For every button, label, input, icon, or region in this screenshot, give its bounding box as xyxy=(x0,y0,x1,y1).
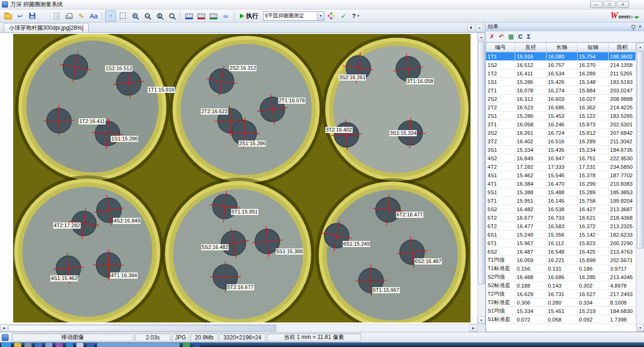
zoom-in-icon[interactable]: + xyxy=(130,10,140,21)
column-header[interactable]: 面积 xyxy=(609,43,636,52)
start-button[interactable] xyxy=(1,343,11,347)
close-button[interactable]: × xyxy=(617,1,629,8)
link-scale-icon[interactable]: ∞ xyxy=(220,10,231,21)
combo-dropdown-icon[interactable]: ▼ xyxy=(317,12,324,20)
table-row[interactable]: 4T217.28217.33317.231234.5850 xyxy=(486,163,636,171)
minimize-button[interactable]: – xyxy=(590,1,603,8)
viewer-vertical-scrollbar[interactable]: ▲ ▼ xyxy=(477,33,485,324)
windows-taskbar[interactable] xyxy=(0,342,644,347)
run-button[interactable]: 执行 xyxy=(238,11,262,21)
taskbar-item-5[interactable] xyxy=(56,343,63,347)
table-row[interactable]: 1T115.91616.08015.754198.9602 xyxy=(486,52,636,61)
table-row[interactable]: 3S115.33415.43515.234184.6735 xyxy=(486,146,636,154)
table-row[interactable]: 2S115.28615.45315.122183.5265 xyxy=(486,112,636,120)
table-row[interactable]: 2S216.31216.60316.027208.9888 xyxy=(486,95,636,103)
taskbar-item-6[interactable] xyxy=(66,343,73,347)
table-row[interactable]: 2T216.52316.68616.362214.4225 xyxy=(486,103,636,112)
vscroll-track[interactable] xyxy=(478,41,485,316)
taskbar-item-2[interactable] xyxy=(25,343,32,347)
taskbar-active-window[interactable] xyxy=(97,343,180,347)
table-row[interactable]: 6T216.47716.58316.372213.2325 xyxy=(486,222,636,231)
save-icon[interactable] xyxy=(27,10,38,21)
open-image-icon[interactable] xyxy=(2,10,13,21)
edit-pencil-icon[interactable]: ✎ xyxy=(76,10,87,21)
zoom-actual-icon[interactable]: 1 xyxy=(154,10,165,21)
tab-list-dropdown-icon[interactable]: ▼ xyxy=(467,24,475,32)
zoom-region-icon[interactable] xyxy=(117,10,128,21)
specimen-image[interactable]: 1S2:16.5121T1:15.9161T2:16.4111S1:15.286… xyxy=(13,34,471,322)
table-row[interactable]: T1标准差0.1560.1310.1863.9717 xyxy=(486,264,636,273)
results-close-icon[interactable]: × xyxy=(639,24,642,29)
table-row[interactable]: S2均值16.48816.68616.285213.4345 xyxy=(486,273,636,281)
tab-close-icon[interactable]: × xyxy=(476,24,483,32)
clear-results-icon[interactable]: ✗ xyxy=(489,33,495,40)
vscroll-thumb[interactable] xyxy=(478,41,485,284)
table-scroll-down-icon[interactable]: ▼ xyxy=(636,324,644,331)
table-row[interactable]: 5T115.95116.14515.758199.8204 xyxy=(486,197,636,205)
save-as-icon[interactable] xyxy=(39,10,50,21)
taskbar-item-4[interactable] xyxy=(45,343,52,347)
table-row[interactable]: 4S216.84916.94716.751222.9530 xyxy=(486,154,636,163)
table-row[interactable]: 1S115.28615.42615.148183.5193 xyxy=(486,78,636,86)
table-row[interactable]: 3S216.26116.72415.812207.6842 xyxy=(486,129,636,137)
table-row[interactable]: T2标准差0.3060.2800.3348.1008 xyxy=(486,298,636,307)
column-header[interactable]: 短轴 xyxy=(578,43,609,52)
scroll-up-icon[interactable]: ▲ xyxy=(478,33,485,41)
back-icon[interactable]: ↩ xyxy=(15,10,25,21)
column-header[interactable]: 编号 xyxy=(486,43,515,52)
table-row[interactable]: 4S115.46215.54615.378187.7702 xyxy=(486,171,636,180)
taskbar-item-1[interactable] xyxy=(14,343,21,347)
color-options-button[interactable] xyxy=(326,10,337,21)
table-row[interactable]: 2T116.07816.27415.884203.0247 xyxy=(486,86,636,95)
table-row[interactable]: 3T116.05816.24615.873202.5301 xyxy=(486,120,636,129)
table-scrollbar[interactable]: ▲ ▼ xyxy=(636,43,644,331)
taskbar-item-8[interactable] xyxy=(87,343,94,347)
table-row[interactable]: T2均值16.62916.73116.527217.2493 xyxy=(486,290,636,298)
hand-tool-icon[interactable]: ☝ xyxy=(105,10,116,21)
table-scroll-up-icon[interactable]: ▲ xyxy=(636,43,644,50)
zoom-out-icon[interactable]: − xyxy=(142,10,153,21)
petri-dish-canvas[interactable] xyxy=(13,34,471,322)
table-row[interactable]: S1标准差0.0720.0580.0921.7398 xyxy=(486,315,636,324)
sum-results-icon[interactable]: Σ xyxy=(527,33,531,40)
print-icon[interactable] xyxy=(64,10,74,21)
table-row[interactable]: 1S216.51216.75716.270214.1358 xyxy=(486,61,636,69)
table-row[interactable]: 1T216.41116.53416.289211.5265 xyxy=(486,69,636,78)
table-row[interactable]: 5T216.67716.73316.621218.4368 xyxy=(486,214,636,222)
taskbar-item-10[interactable] xyxy=(193,343,200,347)
scroll-down-icon[interactable]: ▼ xyxy=(478,316,485,324)
copy-results-icon[interactable]: C xyxy=(518,33,522,40)
viewer-horizontal-scrollbar[interactable]: ◀ ▶ xyxy=(0,324,485,332)
hscroll-track[interactable] xyxy=(8,324,470,332)
text-tool-icon[interactable]: Aa xyxy=(88,10,99,21)
measure-angle-icon[interactable] xyxy=(196,10,206,21)
column-header[interactable]: 直径 xyxy=(515,43,546,52)
table-row[interactable]: 6S115.24915.35615.142182.6233 xyxy=(486,231,636,239)
measure-length-icon[interactable] xyxy=(183,10,194,21)
taskbar-item-7[interactable] xyxy=(76,343,83,347)
hscroll-thumb[interactable] xyxy=(8,325,276,331)
scroll-left-icon[interactable]: ◀ xyxy=(0,324,8,332)
column-header[interactable]: 长轴 xyxy=(546,43,578,52)
table-row[interactable]: 3T216.40216.51616.289211.3042 xyxy=(486,137,636,146)
taskbar-item-9[interactable] xyxy=(183,343,190,347)
undo-results-icon[interactable]: ↶ xyxy=(499,33,504,40)
scroll-right-icon[interactable]: ▶ xyxy=(470,324,477,332)
canvas-area[interactable]: 1S2:16.5121T1:15.9161T2:16.4111S1:15.286… xyxy=(0,33,477,324)
table-row[interactable]: 6T115.96716.11215.823200.2290 xyxy=(486,239,636,248)
help-button[interactable]: ? ▼ xyxy=(350,13,362,19)
table-row[interactable]: S1均值15.33415.45115.219184.6830 xyxy=(486,307,636,315)
table-scroll-track[interactable] xyxy=(636,50,644,324)
taskbar-item-3[interactable] xyxy=(35,343,42,347)
apply-button[interactable]: ✓ xyxy=(338,10,349,21)
pin-icon[interactable] xyxy=(632,25,635,28)
export-excel-icon[interactable]: ▦ xyxy=(508,33,514,40)
preview-icon[interactable] xyxy=(51,10,62,21)
table-row[interactable]: S2标准差0.1880.1430.3024.8978 xyxy=(486,281,636,290)
table-row[interactable]: T1均值16.05916.22115.899202.5671 xyxy=(486,256,636,264)
analysis-preset-select[interactable]: 6平皿抑菌圈测定 ▼ xyxy=(263,11,324,21)
maximize-button[interactable]: □ xyxy=(603,1,616,8)
table-row[interactable]: 5S115.38815.48815.289185.9853 xyxy=(486,188,636,197)
table-row[interactable]: 5S216.48216.53816.427213.3687 xyxy=(486,205,636,214)
zoom-fit-icon[interactable] xyxy=(166,10,177,21)
